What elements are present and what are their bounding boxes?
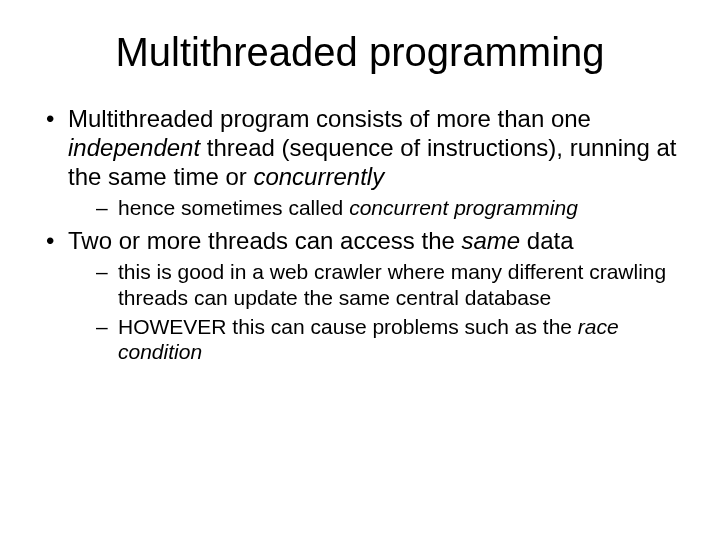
bullet-2-sub-1: this is good in a web crawler where many…: [68, 259, 680, 309]
bullet-2-text-pre: Two or more threads can access the: [68, 227, 462, 254]
bullet-1-sub-1: hence sometimes called concurrent progra…: [68, 195, 680, 220]
bullet-2-sub-2: HOWEVER this can cause problems such as …: [68, 314, 680, 364]
bullet-1-text-pre: Multithreaded program consists of more t…: [68, 105, 591, 132]
slide-title: Multithreaded programming: [40, 30, 680, 75]
bullet-1-sub-1-italic: concurrent programming: [349, 196, 578, 219]
bullet-1-italic-independent: independent: [68, 134, 200, 161]
bullet-1-italic-concurrently: concurrently: [253, 163, 384, 190]
bullet-2-sub-2-pre: HOWEVER this can cause problems such as …: [118, 315, 578, 338]
slide: Multithreaded programming Multithreaded …: [0, 0, 720, 540]
bullet-list: Multithreaded program consists of more t…: [40, 105, 680, 364]
bullet-2-italic-same: same: [462, 227, 521, 254]
bullet-2-text-post: data: [520, 227, 573, 254]
bullet-2-sublist: this is good in a web crawler where many…: [68, 259, 680, 364]
bullet-1-sublist: hence sometimes called concurrent progra…: [68, 195, 680, 220]
bullet-1-sub-1-pre: hence sometimes called: [118, 196, 349, 219]
bullet-1: Multithreaded program consists of more t…: [40, 105, 680, 221]
bullet-2: Two or more threads can access the same …: [40, 227, 680, 365]
